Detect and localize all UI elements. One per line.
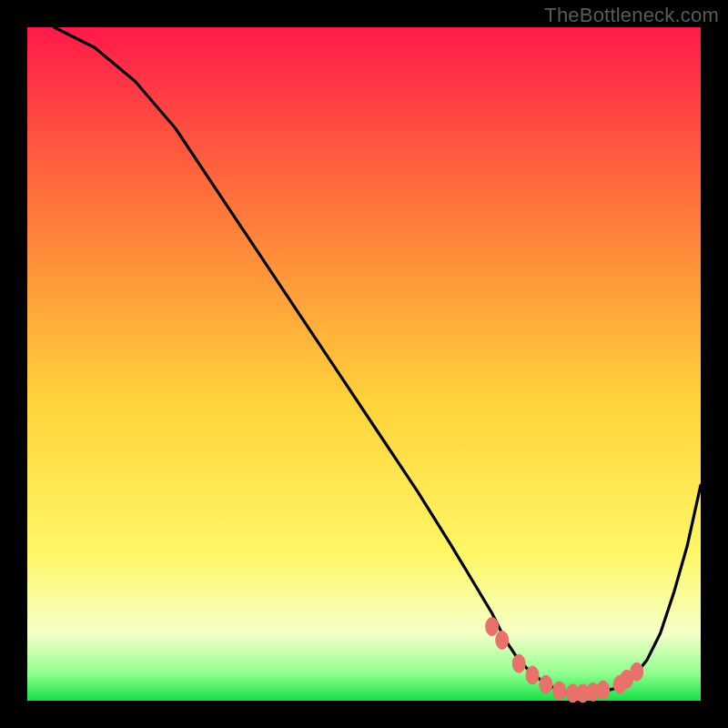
chart-canvas (0, 0, 728, 728)
optimal-marker (540, 675, 552, 693)
chart-frame: TheBottleneck.com (0, 0, 728, 728)
plot-gradient-area (27, 27, 701, 701)
optimal-marker (526, 666, 539, 684)
watermark-text: TheBottleneck.com (544, 4, 719, 27)
optimal-marker (512, 654, 525, 672)
optimal-marker (496, 631, 509, 649)
optimal-marker (631, 662, 643, 681)
optimal-marker (553, 682, 566, 700)
optimal-marker (486, 618, 499, 636)
optimal-marker (597, 681, 610, 699)
